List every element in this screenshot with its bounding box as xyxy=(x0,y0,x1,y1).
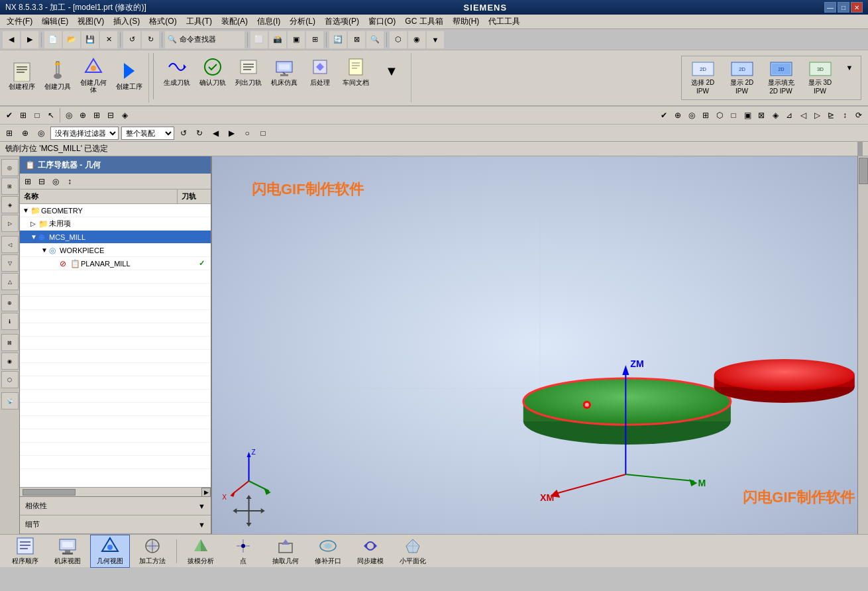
menu-item-11[interactable]: GC 工具箱 xyxy=(401,15,447,28)
machining-method-button[interactable]: 加工方法 xyxy=(133,535,172,568)
right-tool-12[interactable]: ▷ xyxy=(810,109,824,122)
view-btn-2[interactable]: 📸 xyxy=(269,31,286,48)
open-button[interactable]: 📂 xyxy=(63,31,80,48)
tree-hscroll[interactable]: ▶ xyxy=(20,487,211,496)
zoom-btn[interactable]: 🔍 xyxy=(366,31,384,48)
edge-tool-6[interactable]: ▽ xyxy=(1,254,19,272)
menu-item-2[interactable]: 视图(V) xyxy=(74,15,108,28)
snap4-icon[interactable]: ⊟ xyxy=(104,109,117,122)
hscroll-thumb[interactable] xyxy=(23,489,76,496)
show-fill-2d-ipw-button[interactable]: 2D 显示填充2D IPW xyxy=(763,59,799,97)
edge-tool-1[interactable]: ◎ xyxy=(1,159,19,176)
edge-tool-10[interactable]: ⊠ xyxy=(1,334,19,351)
sel-tool-4[interactable]: ▶ xyxy=(225,127,238,140)
extract-geometry-button[interactable]: 抽取几何 xyxy=(266,535,305,568)
minimize-button[interactable]: — xyxy=(824,2,836,13)
cursor-icon[interactable]: ↖ xyxy=(44,109,58,122)
edge-tool-5[interactable]: ◁ xyxy=(1,236,19,253)
menu-item-8[interactable]: 分析(L) xyxy=(286,15,319,28)
edge-tool-9[interactable]: ℹ xyxy=(1,313,19,330)
right-tool-9[interactable]: ◈ xyxy=(769,109,782,122)
draft-analysis-button[interactable]: 拔模分析 xyxy=(181,535,221,568)
right-tool-3[interactable]: ◎ xyxy=(685,109,698,122)
show-3d-ipw-button[interactable]: 3D 显示 3DIPW xyxy=(802,59,838,97)
menu-item-4[interactable]: 格式(O) xyxy=(145,15,180,28)
right-tool-15[interactable]: ⟳ xyxy=(852,109,865,122)
list-toolpath-button[interactable]: 列出刀轨 xyxy=(232,54,265,88)
sel-tool-2[interactable]: ↻ xyxy=(193,127,206,140)
close-file-button[interactable]: ✕ xyxy=(100,31,117,48)
right-tool-7[interactable]: ▣ xyxy=(741,109,754,122)
command-finder-button[interactable]: 🔍 命令查找器 xyxy=(165,31,244,48)
more-btn[interactable]: ▼ xyxy=(427,31,444,48)
menu-item-13[interactable]: 代工工具 xyxy=(484,15,524,28)
menu-item-9[interactable]: 首选项(P) xyxy=(321,15,363,28)
verify-toolpath-button[interactable]: 确认刀轨 xyxy=(196,54,229,88)
more-operations-button[interactable]: ▼ xyxy=(375,54,408,88)
save-button[interactable]: 💾 xyxy=(81,31,99,48)
machine-view-button[interactable]: 机床视图 xyxy=(48,535,87,568)
workpiece-row[interactable]: ▼ ◎ WORKPIECE xyxy=(20,244,211,257)
back-button[interactable]: ◀ xyxy=(3,31,20,48)
sel-icon-3[interactable]: ◎ xyxy=(34,127,48,140)
right-tool-4[interactable]: ⊞ xyxy=(699,109,712,122)
menu-item-1[interactable]: 编辑(E) xyxy=(38,15,72,28)
right-tool-10[interactable]: ⊿ xyxy=(783,109,796,122)
menu-item-3[interactable]: 插入(S) xyxy=(109,15,144,28)
undo-button[interactable]: ↺ xyxy=(123,31,140,48)
snap5-icon[interactable]: ◈ xyxy=(118,109,131,122)
planar-mill-row[interactable]: ⊘ 📋 PLANAR_MILL ✓ xyxy=(20,257,211,270)
right-tool-1[interactable]: ✔ xyxy=(657,109,671,122)
snap-icon[interactable]: ◎ xyxy=(62,109,76,122)
create-program-button[interactable]: 创建程序 xyxy=(5,54,38,95)
unused-row[interactable]: ▷ 📁 未用项 xyxy=(20,217,211,231)
snap3-icon[interactable]: ⊞ xyxy=(90,109,103,122)
redo-button[interactable]: ↻ xyxy=(142,31,159,48)
show-2d-ipw-button[interactable]: 2D 显示 2DIPW xyxy=(724,59,760,97)
mcs-mill-row[interactable]: ▼ ⊕ MCS_MILL xyxy=(20,231,211,244)
right-tool-11[interactable]: ◁ xyxy=(796,109,810,122)
fit-btn[interactable]: ⊠ xyxy=(348,31,365,48)
point-button[interactable]: 点 xyxy=(223,535,263,568)
display-btn[interactable]: ◉ xyxy=(408,31,425,48)
box-icon[interactable]: □ xyxy=(30,109,44,122)
menu-item-5[interactable]: 工具(T) xyxy=(182,15,216,28)
machine-simulate-button[interactable]: 机床仿真 xyxy=(268,54,301,88)
postprocess-button[interactable]: 后处理 xyxy=(303,54,337,88)
select-2d-ipw-button[interactable]: 2D 选择 2DIPW xyxy=(684,59,721,97)
shop-doc-button[interactable]: 车间文档 xyxy=(339,54,372,88)
create-geometry-button[interactable]: 创建几何体 xyxy=(77,54,110,95)
view-btn-1[interactable]: ⬜ xyxy=(250,31,268,48)
edge-tool-4[interactable]: ▷ xyxy=(1,215,19,232)
right-tool-6[interactable]: □ xyxy=(727,109,740,122)
maximize-button[interactable]: □ xyxy=(838,2,849,13)
viewport[interactable]: 闪电GIF制作软件 xyxy=(212,156,868,534)
panel-tool-2[interactable]: ⊟ xyxy=(35,175,48,188)
sync-modeling-button[interactable]: 同步建模 xyxy=(351,535,390,568)
panel-tool-4[interactable]: ↕ xyxy=(63,175,76,188)
right-tool-14[interactable]: ↕ xyxy=(838,109,851,122)
view-btn-3[interactable]: ▣ xyxy=(288,31,305,48)
render-btn[interactable]: ⬡ xyxy=(390,31,407,48)
sel-tool-3[interactable]: ◀ xyxy=(209,127,222,140)
snap2-icon[interactable]: ⊕ xyxy=(76,109,89,122)
viewport-vscroll[interactable] xyxy=(857,156,868,534)
ipw-more-button[interactable]: ▼ xyxy=(841,59,858,76)
assembly-dropdown[interactable]: 整个装配 xyxy=(121,127,174,140)
menu-item-12[interactable]: 帮助(H) xyxy=(449,15,484,28)
sel-icon-1[interactable]: ⊞ xyxy=(3,127,16,140)
sel-icon-2[interactable]: ⊕ xyxy=(19,127,32,140)
new-button[interactable]: 📄 xyxy=(44,31,62,48)
panel-tool-3[interactable]: ◎ xyxy=(49,175,62,188)
sel-tool-1[interactable]: ↺ xyxy=(177,127,190,140)
dependence-section[interactable]: 相依性 ▼ xyxy=(20,497,211,515)
filter-dropdown[interactable]: 没有选择过滤器 xyxy=(50,127,119,140)
filter-icon[interactable]: ⊞ xyxy=(17,109,30,122)
menu-item-7[interactable]: 信息(I) xyxy=(253,15,284,28)
hscroll-right[interactable]: ▶ xyxy=(201,488,211,497)
sel-tool-5[interactable]: ○ xyxy=(241,127,254,140)
edge-tool-12[interactable]: ⬡ xyxy=(1,371,19,388)
menu-item-0[interactable]: 文件(F) xyxy=(3,15,36,28)
generate-toolpath-button[interactable]: 生成刀轨 xyxy=(160,54,193,88)
edge-tool-2[interactable]: ⊞ xyxy=(1,178,19,195)
